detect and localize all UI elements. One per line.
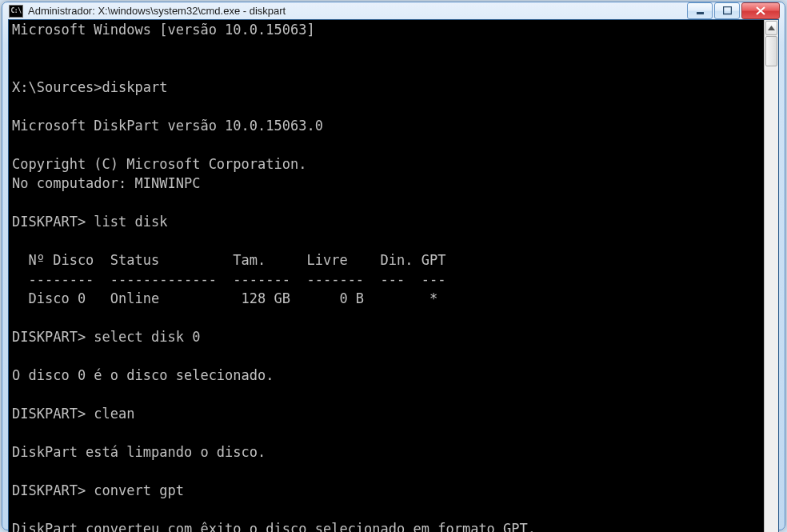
client-area: Microsoft Windows [versão 10.0.15063] X:… <box>8 19 779 532</box>
scroll-up-button[interactable] <box>765 21 777 35</box>
chevron-up-icon <box>768 26 775 30</box>
scrollbar-thumb[interactable] <box>765 36 777 66</box>
svg-marker-2 <box>768 26 775 30</box>
cmd-window: C:\ Administrador: X:\windows\system32\c… <box>2 2 785 530</box>
scrollbar-track[interactable] <box>765 36 778 532</box>
vertical-scrollbar[interactable] <box>764 20 778 532</box>
window-controls <box>687 2 780 19</box>
close-button[interactable] <box>741 2 780 19</box>
svg-rect-1 <box>723 7 731 14</box>
svg-rect-0 <box>697 12 704 14</box>
maximize-button[interactable] <box>714 2 740 19</box>
minimize-icon <box>696 6 705 15</box>
cmd-icon: C:\ <box>9 5 23 18</box>
titlebar[interactable]: C:\ Administrador: X:\windows\system32\c… <box>2 2 785 19</box>
terminal-output[interactable]: Microsoft Windows [versão 10.0.15063] X:… <box>9 20 764 532</box>
close-icon <box>756 6 765 15</box>
minimize-button[interactable] <box>687 2 713 19</box>
window-title: Administrador: X:\windows\system32\cmd.e… <box>28 5 687 17</box>
maximize-icon <box>723 6 732 15</box>
